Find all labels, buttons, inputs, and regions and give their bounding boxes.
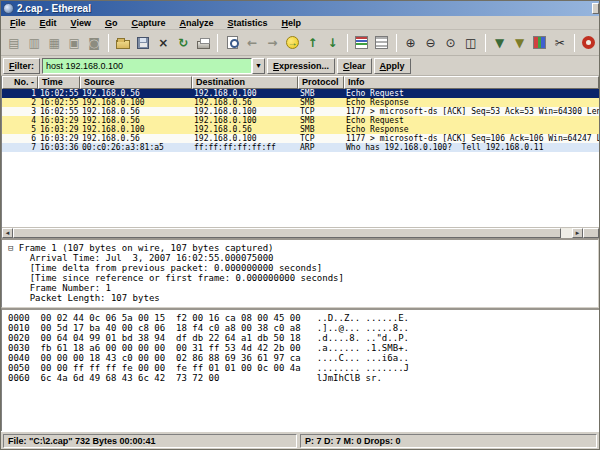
menu-go[interactable]: Go — [98, 18, 125, 28]
colorize-icon[interactable] — [353, 33, 371, 52]
status-bar: File: "C:\2.cap" 732 Bytes 00:00:41 P: 7… — [1, 431, 599, 449]
reload-icon[interactable]: ↻ — [174, 33, 192, 52]
go-bottom-icon[interactable]: ↓ — [323, 33, 341, 52]
window-title: 2.cap - Ethereal — [17, 3, 91, 14]
menu-capture[interactable]: Capture — [124, 18, 172, 28]
toolbar-separator — [396, 34, 397, 52]
menu-view[interactable]: View — [64, 18, 98, 28]
open-icon[interactable] — [114, 33, 132, 52]
coloring-rules-icon[interactable] — [531, 33, 549, 52]
capture-filter-icon[interactable]: ▼ — [491, 33, 509, 52]
autoscroll-icon[interactable] — [373, 33, 391, 52]
packet-row[interactable]: 3 16:02:55 192.168.0.56 192.168.0.100 TC… — [2, 107, 599, 116]
filter-button[interactable]: Filter: — [3, 58, 40, 74]
scroll-right-icon[interactable]: ► — [572, 228, 583, 238]
clear-button[interactable]: Clear — [337, 58, 372, 74]
hex-line[interactable]: 0030 fb 61 18 a6 00 00 00 00 00 31 ff 53… — [8, 343, 599, 353]
menu-statistics[interactable]: Statistics — [220, 18, 274, 28]
menu-help[interactable]: Help — [274, 18, 308, 28]
hex-line[interactable]: 0010 00 5d 17 ba 40 00 c8 06 18 f4 c0 a8… — [8, 323, 599, 333]
packet-row[interactable]: 5 16:03:29 192.168.0.100 192.168.0.56 SM… — [2, 125, 599, 134]
go-top-icon[interactable]: ↑ — [303, 33, 321, 52]
detail-frame-line[interactable]: ⊟ Frame 1 (107 bytes on wire, 107 bytes … — [8, 243, 598, 253]
help-icon[interactable] — [580, 33, 598, 52]
window-control-button[interactable] — [592, 3, 599, 14]
filter-input[interactable] — [42, 58, 252, 74]
forward-icon[interactable]: → — [263, 33, 281, 52]
cell-protocol: SMB — [298, 116, 344, 125]
column-header-source[interactable]: Source — [80, 76, 192, 89]
column-header-no[interactable]: No. - — [2, 76, 38, 89]
packet-row[interactable]: 7 16:03:36 00:c0:26:a3:81:a5 ff:ff:ff:ff… — [2, 143, 599, 152]
column-header-info[interactable]: Info — [344, 76, 599, 89]
detail-line[interactable]: [Time since reference or first frame: 0.… — [8, 273, 598, 283]
cell-protocol: TCP — [298, 134, 344, 143]
cell-protocol: ARP — [298, 143, 344, 152]
packet-row[interactable]: 6 16:03:29 192.168.0.56 192.168.0.100 TC… — [2, 134, 599, 143]
capture-restart-icon[interactable]: ◙ — [85, 33, 103, 52]
cell-destination: 192.168.0.56 — [192, 125, 298, 134]
packet-list-horizontal-scrollbar[interactable]: ◄ ► — [2, 227, 599, 238]
filter-combo: ▼ — [42, 58, 265, 74]
packet-detail-pane[interactable]: ⊟ Frame 1 (107 bytes on wire, 107 bytes … — [1, 238, 599, 308]
hex-line[interactable]: 0060 6c 4a 6d 49 68 43 6c 42 73 72 00 lJ… — [8, 373, 599, 383]
hex-line[interactable]: 0000 00 02 44 0c 06 5a 00 15 f2 00 16 ca… — [8, 313, 599, 323]
save-icon[interactable] — [134, 33, 152, 52]
packet-row[interactable]: 1 16:02:55 192.168.0.56 192.168.0.100 SM… — [2, 89, 599, 98]
cell-time: 16:03:29 — [38, 125, 80, 134]
back-icon[interactable]: ← — [243, 33, 261, 52]
zoom-in-icon[interactable]: ⊕ — [402, 33, 420, 52]
cell-time: 16:03:36 — [38, 143, 80, 152]
packet-row[interactable]: 4 16:03:29 192.168.0.56 192.168.0.100 SM… — [2, 116, 599, 125]
preferences-icon[interactable]: ✂ — [551, 33, 569, 52]
interfaces-icon[interactable]: ▤ — [5, 33, 23, 52]
detail-line[interactable]: [Time delta from previous packet: 0.0000… — [8, 263, 598, 273]
cell-no: 3 — [2, 107, 38, 116]
detail-line[interactable]: Frame Number: 1 — [8, 283, 598, 293]
detail-line[interactable]: Arrival Time: Jul 3, 2007 16:02:55.00007… — [8, 253, 598, 263]
cell-source: 192.168.0.56 — [80, 116, 192, 125]
title-bar[interactable]: 2.cap - Ethereal — [1, 1, 599, 16]
hex-line[interactable]: 0040 00 00 00 18 43 c0 00 00 02 86 88 69… — [8, 353, 599, 363]
zoom-out-icon[interactable]: ⊖ — [422, 33, 440, 52]
zoom-100-icon[interactable]: ⊙ — [442, 33, 460, 52]
toolbar-separator — [485, 34, 486, 52]
menu-edit[interactable]: Edit — [33, 18, 64, 28]
cell-time: 16:03:29 — [38, 116, 80, 125]
apply-button[interactable]: Apply — [374, 58, 411, 74]
menu-file[interactable]: File — [3, 18, 33, 28]
filter-dropdown-icon[interactable]: ▼ — [252, 58, 265, 74]
expander-minus-icon[interactable]: ⊟ — [8, 243, 19, 253]
detail-line[interactable]: Packet Length: 107 bytes — [8, 293, 598, 303]
scroll-left-icon[interactable]: ◄ — [2, 228, 13, 238]
hex-line[interactable]: 0020 00 64 04 99 01 bd 38 94 df db 22 64… — [8, 333, 599, 343]
capture-start-icon[interactable]: ▦ — [45, 33, 63, 52]
resize-columns-icon[interactable]: ◫ — [462, 33, 480, 52]
hex-line[interactable]: 0050 00 00 ff ff ff fe 00 00 fe ff 01 01… — [8, 363, 599, 373]
expression-button[interactable]: Expression... — [267, 58, 335, 74]
cell-source: 192.168.0.100 — [80, 125, 192, 134]
column-header-protocol[interactable]: Protocol — [298, 76, 344, 89]
display-filter-icon[interactable]: ▼ — [511, 33, 529, 52]
scrollbar-track[interactable] — [561, 228, 572, 238]
find-icon[interactable] — [223, 33, 241, 52]
ethereal-window: 2.cap - Ethereal File Edit View Go Captu… — [0, 0, 600, 450]
scrollbar-thumb[interactable] — [13, 228, 561, 238]
menu-analyze[interactable]: Analyze — [172, 18, 220, 28]
capture-options-icon[interactable]: ▥ — [25, 33, 43, 52]
column-header-time[interactable]: Time — [38, 76, 80, 89]
goto-icon[interactable]: → — [283, 33, 301, 52]
column-header-destination[interactable]: Destination — [192, 76, 298, 89]
status-packet-counts: P: 7 D: 7 M: 0 Drops: 0 — [300, 434, 597, 448]
cell-source: 00:c0:26:a3:81:a5 — [80, 143, 192, 152]
close-icon[interactable]: × — [154, 33, 172, 52]
cell-destination: 192.168.0.100 — [192, 107, 298, 116]
hex-dump-pane[interactable]: 0000 00 02 44 0c 06 5a 00 15 f2 00 16 ca… — [1, 308, 599, 431]
capture-stop-icon[interactable]: ▣ — [65, 33, 83, 52]
cell-no: 5 — [2, 125, 38, 134]
cell-no: 2 — [2, 98, 38, 107]
cell-info: Echo Response — [344, 125, 599, 134]
packet-row[interactable]: 2 16:02:55 192.168.0.100 192.168.0.56 SM… — [2, 98, 599, 107]
cell-no: 1 — [2, 89, 38, 98]
print-icon[interactable] — [194, 33, 212, 52]
